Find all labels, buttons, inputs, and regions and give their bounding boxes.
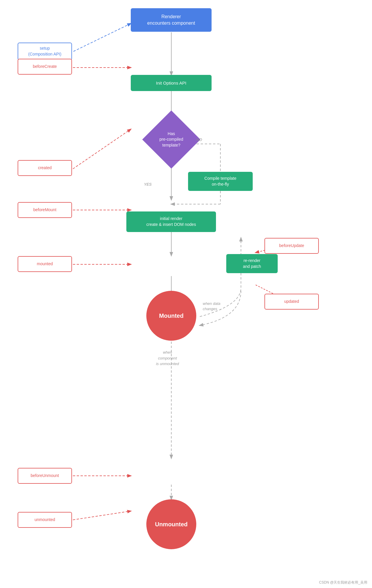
before-unmount-box: beforeUnmount bbox=[18, 468, 72, 484]
svg-line-19 bbox=[73, 511, 131, 520]
yes-label: YES bbox=[144, 182, 152, 187]
svg-line-15 bbox=[73, 129, 131, 169]
no-label: NO bbox=[196, 137, 202, 142]
created-box: created bbox=[18, 160, 72, 176]
setup-box: setup (Composition API) bbox=[18, 43, 72, 60]
mounted-circle: Mounted bbox=[146, 291, 196, 341]
svg-line-13 bbox=[73, 23, 131, 51]
renderer-box: Renderer encounters component bbox=[131, 8, 212, 32]
init-options-box: Init Options API bbox=[131, 75, 212, 91]
when-unmounted-label: when component is unmounted bbox=[144, 350, 191, 367]
when-data-changes-label: when data changes bbox=[203, 301, 220, 312]
re-render-box: re-render and patch bbox=[226, 254, 278, 273]
unmounted-box: unmounted bbox=[18, 512, 72, 528]
initial-render-box: initial render create & insert DOM nodes bbox=[126, 211, 216, 232]
diagram-container: Renderer encounters component setup (Com… bbox=[0, 0, 372, 588]
before-mount-box: beforeMount bbox=[18, 202, 72, 218]
mounted-box: mounted bbox=[18, 256, 72, 272]
updated-box: updated bbox=[264, 294, 319, 310]
unmounted-circle: Unmounted bbox=[146, 499, 196, 549]
diamond-precompiled: Has pre-compiled template? bbox=[151, 119, 192, 160]
before-create-box: beforeCreate bbox=[18, 59, 72, 75]
compile-template-box: Compile template on-the-fly bbox=[188, 172, 253, 191]
before-update-box: beforeUpdate bbox=[264, 238, 319, 254]
watermark: CSDN @天生我材必有用_吴用 bbox=[319, 580, 367, 585]
